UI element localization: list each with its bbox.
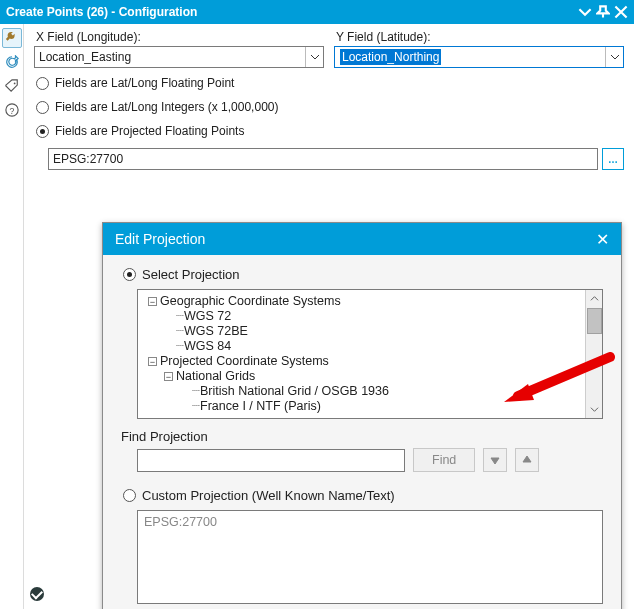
chevron-down-icon[interactable]: [578, 5, 592, 19]
dialog-titlebar: Edit Projection ✕: [103, 223, 621, 255]
radio-latlong-float[interactable]: Fields are Lat/Long Floating Point: [36, 74, 624, 92]
tool-refresh[interactable]: [2, 52, 22, 72]
x-field-value: Location_Easting: [35, 50, 305, 64]
radio-select-projection[interactable]: Select Projection: [123, 265, 603, 283]
scroll-down-icon[interactable]: [586, 401, 602, 418]
projection-browse-button[interactable]: …: [602, 148, 624, 170]
x-field-label: X Field (Longitude):: [36, 30, 324, 44]
tree-node-natgrid[interactable]: National Grids: [176, 369, 255, 384]
custom-projection-text[interactable]: EPSG:27700: [137, 510, 603, 604]
tool-help[interactable]: ?: [2, 100, 22, 120]
radio-latlong-int[interactable]: Fields are Lat/Long Integers (x 1,000,00…: [36, 98, 624, 116]
close-icon[interactable]: [614, 5, 628, 19]
tree-node-pcs[interactable]: Projected Coordinate Systems: [160, 354, 329, 369]
radio-icon: [123, 268, 136, 281]
pin-icon[interactable]: [596, 5, 610, 19]
tool-wrench[interactable]: [2, 28, 22, 48]
chevron-down-icon[interactable]: [305, 47, 323, 67]
svg-text:?: ?: [9, 106, 14, 116]
status-ok-icon: [30, 587, 44, 601]
move-down-button[interactable]: [483, 448, 507, 472]
projection-input-value: EPSG:27700: [53, 152, 123, 166]
window-titlebar: Create Points (26) - Configuration: [0, 0, 634, 24]
custom-projection-value: EPSG:27700: [144, 515, 217, 529]
find-projection-input[interactable]: [137, 449, 405, 472]
find-button[interactable]: Find: [413, 448, 475, 472]
close-icon[interactable]: ✕: [596, 230, 609, 249]
radio-custom-projection[interactable]: Custom Projection (Well Known Name/Text): [123, 486, 603, 504]
projection-tree[interactable]: −Geographic Coordinate Systems ┈ WGS 72 …: [137, 289, 603, 419]
radio-icon: [36, 101, 49, 114]
radio-icon: [36, 77, 49, 90]
tree-leaf[interactable]: WGS 84: [184, 339, 231, 354]
svg-marker-4: [491, 458, 499, 464]
edit-projection-dialog: Edit Projection ✕ Select Projection −Geo…: [102, 222, 622, 609]
dialog-title: Edit Projection: [115, 231, 205, 247]
svg-marker-5: [523, 456, 531, 462]
config-panel: X Field (Longitude): Location_Easting Y …: [24, 24, 634, 609]
radio-icon: [36, 125, 49, 138]
scrollbar[interactable]: [585, 290, 602, 418]
scroll-thumb[interactable]: [587, 308, 602, 334]
find-projection-label: Find Projection: [121, 429, 603, 444]
radio-icon: [123, 489, 136, 502]
svg-point-0: [13, 83, 15, 85]
window-title: Create Points (26) - Configuration: [6, 5, 197, 19]
y-field-combo[interactable]: Location_Northing: [334, 46, 624, 68]
tree-leaf[interactable]: WGS 72: [184, 309, 231, 324]
radio-projected[interactable]: Fields are Projected Floating Points: [36, 122, 624, 140]
scroll-up-icon[interactable]: [586, 290, 602, 307]
tool-tag[interactable]: [2, 76, 22, 96]
y-field-label: Y Field (Latitude):: [336, 30, 624, 44]
tree-node-gcs[interactable]: Geographic Coordinate Systems: [160, 294, 341, 309]
projection-input[interactable]: EPSG:27700: [48, 148, 598, 170]
y-field-value: Location_Northing: [340, 49, 441, 65]
x-field-combo[interactable]: Location_Easting: [34, 46, 324, 68]
tree-leaf[interactable]: WGS 72BE: [184, 324, 248, 339]
tree-leaf-bng[interactable]: British National Grid / OSGB 1936: [200, 384, 389, 399]
chevron-down-icon[interactable]: [605, 47, 623, 67]
tools-sidebar: ?: [0, 24, 24, 609]
tree-leaf[interactable]: France I / NTF (Paris): [200, 399, 321, 414]
move-up-button[interactable]: [515, 448, 539, 472]
